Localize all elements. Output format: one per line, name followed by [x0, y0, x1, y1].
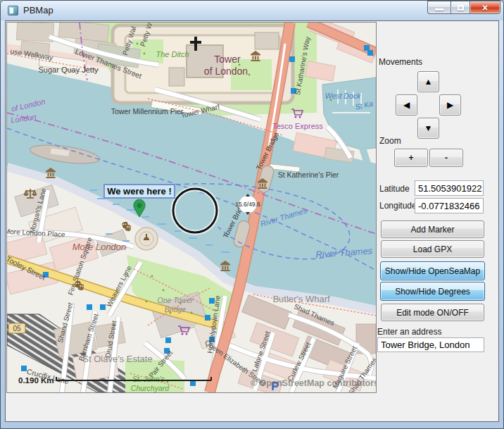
svg-text:St Olave's Estate: St Olave's Estate: [82, 354, 152, 364]
up-arrow-icon: ▲: [424, 77, 433, 87]
svg-text:More London: More London: [73, 242, 127, 252]
edit-mode-button[interactable]: Edit mode ON/OFF: [381, 304, 484, 321]
right-arrow-icon: ▶: [447, 100, 453, 110]
svg-text:St Katherine's Pier: St Katherine's Pier: [278, 170, 339, 179]
svg-text:Sugar Quay Jetty: Sugar Quay Jetty: [39, 66, 99, 74]
latitude-field[interactable]: [415, 180, 484, 196]
map-canvas[interactable]: P 05 use Walkway Lower Thames Street: [6, 22, 377, 393]
svg-text:West Dock: West Dock: [325, 92, 361, 100]
latitude-label: Latitude: [379, 184, 410, 194]
scoop-amphitheatre: [135, 228, 158, 250]
left-arrow-icon: ◀: [403, 100, 410, 110]
marker-label[interactable]: We were here !: [104, 185, 175, 198]
client-area: P 05 use Walkway Lower Thames Street: [5, 20, 499, 422]
svg-text:15.6/49.6: 15.6/49.6: [235, 201, 260, 208]
svg-text:One Tower: One Tower: [158, 296, 194, 304]
svg-text:Bridge: Bridge: [165, 305, 187, 313]
close-icon: ×: [482, 2, 488, 13]
svg-text:0.190 Km: 0.190 Km: [18, 376, 54, 385]
toggle-openseamap-button[interactable]: Show/Hide OpenSeaMap: [380, 261, 485, 280]
svg-text:05: 05: [13, 325, 21, 332]
move-up-button[interactable]: ▲: [417, 71, 439, 92]
address-field[interactable]: [377, 337, 484, 352]
title-bar[interactable]: PBMap ×: [1, 1, 503, 20]
zoom-in-button[interactable]: +: [394, 149, 428, 167]
address-label: Enter an address: [377, 327, 441, 337]
zoom-out-button[interactable]: -: [429, 149, 463, 167]
svg-text:Butler's Wharf: Butler's Wharf: [272, 294, 330, 304]
movements-label: Movements: [379, 57, 422, 67]
move-down-button[interactable]: ▼: [417, 118, 439, 139]
minimize-icon: [435, 8, 443, 11]
app-window: PBMap ×: [0, 0, 504, 429]
window-title: PBMap: [23, 5, 53, 15]
svg-text:Tesco Express: Tesco Express: [272, 122, 323, 130]
svg-text:The Ditch: The Ditch: [156, 50, 189, 58]
move-left-button[interactable]: ◀: [396, 94, 417, 116]
route-shield: 05: [8, 323, 25, 333]
map-svg: P 05 use Walkway Lower Thames Street: [7, 23, 376, 392]
svg-text:We were here !: We were here !: [107, 186, 172, 197]
add-marker-button[interactable]: Add Marker: [381, 220, 484, 238]
svg-text:Tower: Tower: [214, 54, 241, 65]
map-attribution: © OpenStreetMap contributors: [251, 378, 376, 388]
minimize-button[interactable]: [427, 1, 451, 14]
svg-text:Churchyard: Churchyard: [131, 384, 170, 392]
load-gpx-button[interactable]: Load GPX: [381, 240, 484, 258]
svg-text:of London: of London: [204, 66, 248, 77]
down-arrow-icon: ▼: [424, 123, 433, 133]
close-button[interactable]: ×: [470, 1, 500, 14]
toggle-degrees-button[interactable]: Show/Hide Degrees: [380, 282, 485, 301]
app-icon: [8, 6, 18, 15]
zoom-label: Zoom: [379, 136, 401, 146]
svg-text:Tower Millennium Pier: Tower Millennium Pier: [111, 107, 184, 116]
longitude-label: Longitude: [379, 201, 417, 211]
maximize-button[interactable]: [451, 1, 470, 14]
longitude-field[interactable]: [415, 198, 484, 213]
svg-text:St. John's: St. John's: [132, 375, 165, 383]
move-right-button[interactable]: ▶: [439, 94, 461, 116]
maximize-icon: [458, 5, 464, 11]
